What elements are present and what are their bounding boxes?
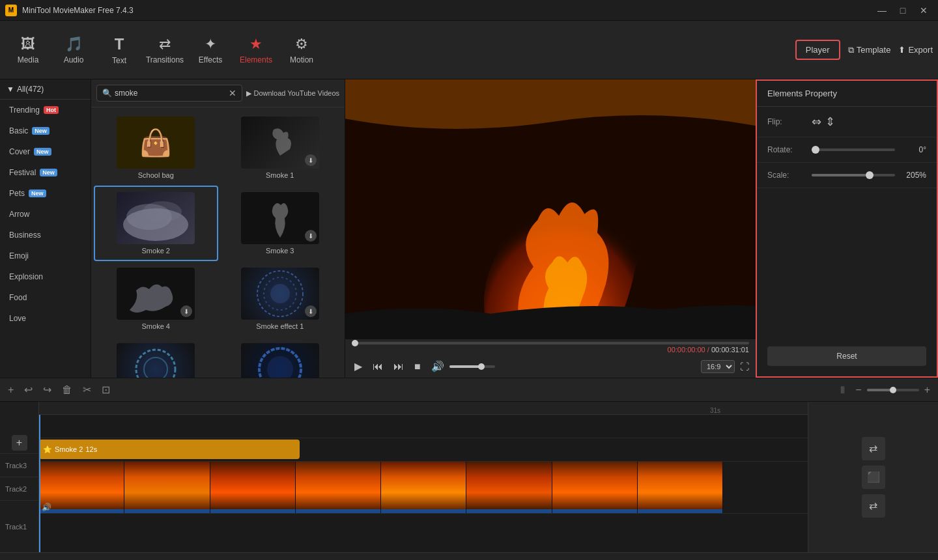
- undo-button[interactable]: ↩: [21, 382, 35, 397]
- sound-icon: 🔊: [42, 503, 51, 512]
- volume-control: 🔊: [429, 359, 495, 374]
- transitions-label: Transitions: [146, 55, 184, 64]
- toolbar-effects[interactable]: ✦ Effects: [188, 24, 233, 76]
- timeline-right-panel: ⇄ ⬛ ⇄: [808, 402, 938, 552]
- ruler-mark-31s: 31s: [710, 407, 720, 414]
- toolbar-audio[interactable]: 🎵 Audio: [51, 24, 96, 76]
- reset-button[interactable]: Reset: [767, 346, 926, 366]
- element-card-school-bag[interactable]: 👜 School bag: [94, 110, 218, 186]
- progress-area: 00:00:00:00 / 00:00:31:01: [345, 339, 756, 355]
- minimize-button[interactable]: —: [873, 4, 891, 17]
- sidebar-item-trending[interactable]: Trending Hot: [0, 100, 91, 120]
- element-card-smoke-3[interactable]: ⬇ Smoke 3: [218, 186, 343, 261]
- window-controls: — □ ✕: [873, 4, 933, 17]
- main-area: ▼ All(472) Trending Hot Basic New Cover …: [0, 79, 938, 378]
- element-card-smoke-1[interactable]: ⬇ Smoke 1: [218, 110, 343, 186]
- export-button[interactable]: ⬆ Export: [898, 45, 933, 55]
- flip-label: Flip:: [767, 117, 806, 126]
- business-label: Business: [9, 231, 41, 240]
- fullscreen-button[interactable]: ⛶: [740, 361, 749, 372]
- clear-search-button[interactable]: ✕: [229, 88, 236, 98]
- playhead[interactable]: [39, 415, 40, 552]
- close-button[interactable]: ✕: [915, 4, 933, 17]
- scale-thumb[interactable]: [866, 171, 874, 179]
- smoke-clip[interactable]: ⭐ Smoke 2 12s: [39, 440, 300, 459]
- sidebar-item-basic[interactable]: Basic New: [0, 120, 91, 141]
- timeline-right-btn-1[interactable]: ⇄: [862, 437, 885, 460]
- timeline-scrollbar[interactable]: [0, 552, 938, 560]
- flip-buttons: ⇔ ⇕: [812, 115, 835, 129]
- timeline-right-btn-3[interactable]: ⇄: [862, 494, 885, 518]
- player-button[interactable]: Player: [795, 40, 840, 60]
- element-card-circle-2[interactable]: [218, 337, 343, 378]
- svg-point-6: [136, 350, 175, 378]
- sidebar-item-cover[interactable]: Cover New: [0, 141, 91, 162]
- toolbar-motion[interactable]: ⚙ Motion: [279, 24, 324, 76]
- next-frame-button[interactable]: ⏭: [391, 359, 406, 374]
- sidebar-item-business[interactable]: Business: [0, 225, 91, 245]
- play-button[interactable]: ▶: [352, 359, 365, 374]
- explosion-label: Explosion: [9, 272, 43, 281]
- toolbar-media[interactable]: 🖼 Media: [5, 24, 51, 76]
- love-label: Love: [9, 314, 26, 323]
- aspect-ratio-select[interactable]: 16:9 9:16 1:1 4:3: [701, 360, 735, 373]
- player-controls: ▶ ⏮ ⏭ ■ 🔊 16:9 9:16: [345, 355, 756, 378]
- rotate-slider[interactable]: [812, 148, 895, 151]
- template-button[interactable]: ⧉ Template: [848, 45, 891, 55]
- sidebar-item-emoji[interactable]: Emoji: [0, 245, 91, 266]
- element-thumb-smoke-effect-1: ⬇: [241, 268, 319, 320]
- delete-button[interactable]: 🗑: [59, 383, 75, 397]
- sidebar-item-explosion[interactable]: Explosion: [0, 266, 91, 287]
- timeline-ruler: 31s: [39, 402, 808, 415]
- zoom-bar[interactable]: [867, 389, 919, 391]
- rotate-thumb[interactable]: [812, 146, 819, 154]
- basic-label: Basic: [9, 126, 28, 135]
- element-card-smoke-effect-1[interactable]: ⬇ Smoke effect 1: [218, 261, 343, 337]
- element-card-smoke-4[interactable]: ⬇ Smoke 4: [94, 261, 218, 337]
- sidebar-item-festival[interactable]: Festival New: [0, 162, 91, 183]
- progress-bar[interactable]: [352, 342, 749, 344]
- svg-point-9: [267, 356, 293, 378]
- add-media-button[interactable]: +: [5, 383, 16, 397]
- effects-label: Effects: [199, 55, 222, 64]
- stop-button[interactable]: ■: [412, 359, 423, 374]
- split-button[interactable]: ⫴: [838, 383, 847, 397]
- zoom-in-button[interactable]: +: [922, 383, 933, 397]
- redo-button[interactable]: ↪: [40, 382, 54, 397]
- progress-dot: [352, 340, 358, 346]
- current-time: 00:00:00:00: [668, 346, 705, 354]
- search-input[interactable]: [115, 89, 226, 98]
- add-track-button[interactable]: +: [12, 435, 27, 451]
- element-thumb-smoke-4: ⬇: [117, 268, 195, 320]
- element-card-smoke-2[interactable]: Smoke 2: [94, 186, 218, 261]
- effects-icon: ✦: [205, 36, 216, 53]
- cut-button[interactable]: ✂: [80, 382, 94, 397]
- crop-button[interactable]: ⊡: [99, 382, 113, 397]
- element-card-circle-1[interactable]: [94, 337, 218, 378]
- sidebar-item-pets[interactable]: Pets New: [0, 183, 91, 204]
- cover-badge: New: [34, 148, 51, 156]
- timeline-right-btn-2[interactable]: ⬛: [862, 466, 885, 489]
- youtube-download-button[interactable]: ▶ Download YouTube Videos: [246, 89, 340, 98]
- categories-sidebar: ▼ All(472) Trending Hot Basic New Cover …: [0, 79, 91, 378]
- flip-vertical-button[interactable]: ⇕: [825, 115, 835, 129]
- circle1-visual: [130, 343, 182, 378]
- festival-label: Festival: [9, 168, 36, 177]
- prev-frame-button[interactable]: ⏮: [370, 359, 386, 374]
- toolbar-elements[interactable]: ★ Elements: [233, 24, 279, 76]
- audio-icon: 🎵: [65, 36, 83, 53]
- maximize-button[interactable]: □: [894, 4, 912, 17]
- download-badge-smoke3: ⬇: [305, 230, 317, 242]
- zoom-out-button[interactable]: −: [853, 383, 864, 397]
- scale-slider[interactable]: [812, 174, 895, 176]
- volume-bar[interactable]: [449, 365, 495, 368]
- toolbar-text[interactable]: T Text: [96, 24, 142, 76]
- school-bag-label: School bag: [138, 171, 174, 179]
- volume-icon[interactable]: 🔊: [429, 359, 447, 374]
- pets-badge: New: [29, 189, 46, 197]
- flip-horizontal-button[interactable]: ⇔: [812, 115, 821, 129]
- sidebar-item-love[interactable]: Love: [0, 308, 91, 329]
- toolbar-transitions[interactable]: ⇄ Transitions: [142, 24, 188, 76]
- sidebar-item-arrow[interactable]: Arrow: [0, 204, 91, 225]
- sidebar-item-food[interactable]: Food: [0, 287, 91, 308]
